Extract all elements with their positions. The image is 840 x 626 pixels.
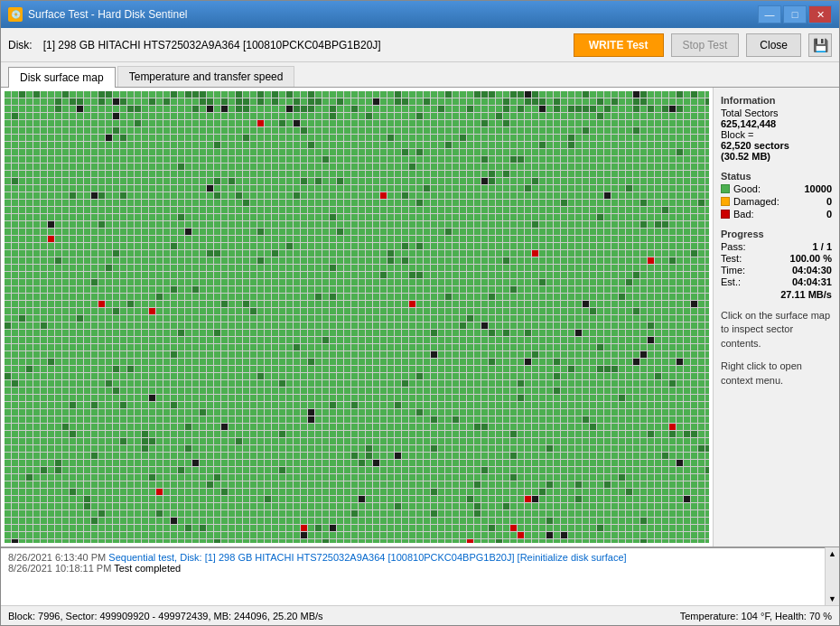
main-content: Information Total Sectors 625,142,448 Bl… (1, 87, 839, 547)
scroll-down-icon[interactable]: ▼ (828, 594, 836, 603)
log-date-2: 8/26/2021 10:18:11 PM (8, 563, 111, 574)
bad-label: Bad: (733, 209, 754, 220)
log-date-1: 8/26/2021 6:13:40 PM (8, 552, 106, 563)
scroll-up-icon[interactable]: ▲ (828, 549, 836, 558)
status-left: Block: 7996, Sector: 499909920 - 4999724… (8, 611, 323, 621)
block-sectors: 62,520 sectors (721, 140, 832, 151)
damaged-legend-icon (721, 197, 730, 206)
pass-label: Pass: (721, 241, 746, 252)
surface-map-canvas[interactable] (5, 91, 709, 543)
write-test-button[interactable]: WRITE Test (574, 33, 664, 57)
pass-row: Pass: 1 / 1 (721, 241, 832, 252)
tabs: Disk surface map Temperature and transfe… (1, 62, 839, 87)
est-value: 04:04:31 (792, 276, 832, 287)
status-title: Status (721, 171, 832, 182)
test-label: Test: (721, 253, 742, 264)
hint2: Right click to open context menu. (721, 360, 832, 388)
disk-name: [1] 298 GB HITACHI HTS725032A9A364 [1008… (43, 39, 566, 51)
block-label: Block = (721, 129, 832, 140)
log-wrapper: 8/26/2021 6:13:40 PM Sequential test, Di… (1, 547, 839, 605)
time-value: 04:04:30 (792, 265, 832, 276)
status-bar: Block: 7996, Sector: 499909920 - 4999724… (1, 605, 839, 625)
disk-label: Disk: (8, 39, 33, 51)
app-icon: 💿 (8, 7, 23, 22)
damaged-label: Damaged: (733, 196, 779, 207)
close-button[interactable]: Close (746, 33, 801, 57)
save-button[interactable]: 💾 (808, 33, 832, 57)
total-sectors-value: 625,142,448 (721, 118, 832, 129)
log-text-2: Test completed (114, 563, 181, 574)
total-sectors-label: Total Sectors (721, 107, 832, 118)
info-panel: Information Total Sectors 625,142,448 Bl… (713, 88, 839, 547)
tab-temp-transfer[interactable]: Temperature and transfer speed (117, 66, 295, 87)
log-line-1: 8/26/2021 6:13:40 PM Sequential test, Di… (8, 552, 817, 563)
damaged-value: 0 (826, 196, 832, 207)
bad-value: 0 (826, 209, 832, 220)
window-controls: — □ ✕ (758, 5, 832, 23)
log-text-1: Sequential test, Disk: [1] 298 GB HITACH… (108, 552, 626, 563)
good-legend-icon (721, 184, 730, 193)
hint2-section: Right click to open context menu. (721, 360, 832, 388)
surface-map-container[interactable] (1, 88, 713, 547)
minimize-button[interactable]: — (758, 5, 781, 23)
toolbar: Disk: [1] 298 GB HITACHI HTS725032A9A364… (1, 28, 839, 62)
log-line-2: 8/26/2021 10:18:11 PM Test completed (8, 563, 817, 574)
title-bar: 💿 Surface Test - Hard Disk Sentinel — □ … (1, 1, 839, 28)
time-label: Time: (721, 265, 745, 276)
good-legend: Good: 10000 (721, 183, 832, 194)
progress-title: Progress (721, 229, 832, 239)
stop-test-button[interactable]: Stop Test (671, 33, 740, 57)
status-section: Status Good: 10000 Damaged: 0 Bad: 0 (721, 171, 832, 220)
status-right: Temperature: 104 °F, Health: 70 % (680, 611, 832, 621)
damaged-legend: Damaged: 0 (721, 196, 832, 207)
block-size: (30.52 MB) (721, 151, 832, 162)
speed-value: 27.11 MB/s (721, 289, 832, 300)
progress-section: Progress Pass: 1 / 1 Test: 100.00 % Time… (721, 229, 832, 300)
est-label: Est.: (721, 276, 741, 287)
information-title: Information (721, 95, 832, 106)
maximize-button[interactable]: □ (783, 5, 807, 23)
log-scrollbar[interactable]: ▲ ▼ (825, 547, 839, 605)
pass-value: 1 / 1 (813, 241, 832, 252)
bad-legend: Bad: 0 (721, 209, 832, 220)
tab-disk-surface-map[interactable]: Disk surface map (8, 67, 116, 88)
test-value: 100.00 % (790, 253, 832, 264)
bad-legend-icon (721, 210, 730, 219)
good-value: 10000 (804, 183, 832, 194)
information-section: Information Total Sectors 625,142,448 Bl… (721, 95, 832, 162)
window-title: Surface Test - Hard Disk Sentinel (28, 8, 758, 21)
window-close-button[interactable]: ✕ (808, 5, 832, 23)
time-row: Time: 04:04:30 (721, 265, 832, 276)
test-row: Test: 100.00 % (721, 253, 832, 264)
good-label: Good: (733, 183, 761, 194)
hint1: Click on the surface map to inspect sect… (721, 309, 832, 350)
log-area: 8/26/2021 6:13:40 PM Sequential test, Di… (1, 547, 825, 606)
main-window: 💿 Surface Test - Hard Disk Sentinel — □ … (0, 0, 840, 626)
hint-section: Click on the surface map to inspect sect… (721, 309, 832, 350)
est-row: Est.: 04:04:31 (721, 276, 832, 287)
